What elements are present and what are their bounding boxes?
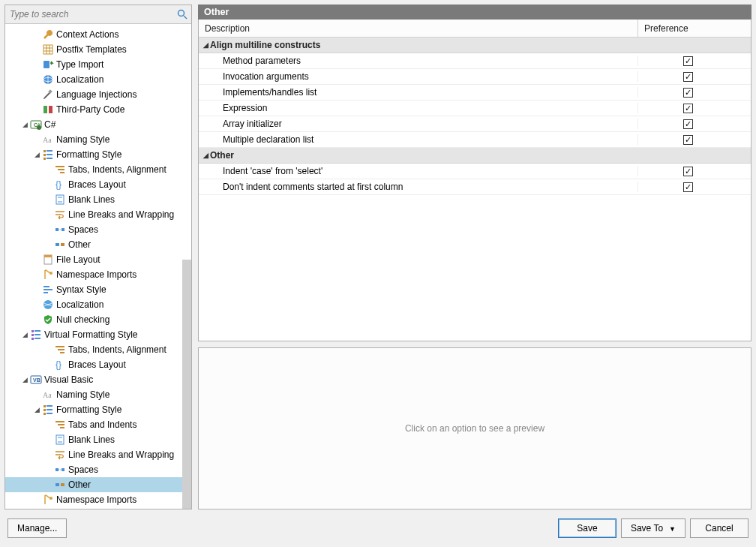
tree-item[interactable]: ◢AaNaming Style bbox=[5, 387, 191, 402]
svg-rect-38 bbox=[56, 243, 59, 246]
tree-scrollbar-thumb[interactable] bbox=[182, 260, 191, 509]
tree-item[interactable]: ◢File Layout bbox=[5, 252, 191, 267]
save-button[interactable]: Save bbox=[558, 518, 616, 538]
svg-rect-21 bbox=[46, 150, 52, 152]
tree-item[interactable]: ◢Localization bbox=[5, 72, 191, 87]
checkbox[interactable]: ✓ bbox=[683, 167, 693, 176]
globe2-icon bbox=[42, 299, 54, 311]
tree-item[interactable]: ◢Spaces bbox=[5, 462, 191, 477]
svg-point-46 bbox=[44, 300, 52, 309]
tree-item-label: Spaces bbox=[68, 464, 98, 475]
svg-rect-22 bbox=[44, 154, 46, 156]
search-input[interactable] bbox=[5, 5, 191, 23]
checkbox[interactable]: ✓ bbox=[683, 72, 693, 82]
tree-item[interactable]: ◢VBVisual Basic bbox=[5, 372, 191, 387]
caret-down-icon[interactable]: ◢ bbox=[20, 330, 29, 339]
chevron-down-icon: ▼ bbox=[669, 525, 676, 533]
tree-item[interactable]: ◢{}Braces Layout bbox=[5, 357, 191, 372]
tree-item[interactable]: ◢Localization bbox=[5, 297, 191, 312]
group-label: Align multiline constructs bbox=[210, 40, 320, 50]
tree-item[interactable]: ◢Blank Lines bbox=[5, 192, 191, 207]
manage-button[interactable]: Manage... bbox=[8, 518, 67, 538]
svg-rect-61 bbox=[46, 405, 52, 407]
svg-rect-65 bbox=[46, 413, 52, 414]
tree-item-label: Namespace Imports bbox=[56, 269, 136, 280]
tree-item-label: Blank Lines bbox=[68, 194, 115, 205]
tree-item[interactable]: ◢Postfix Templates bbox=[5, 42, 191, 57]
tree-item[interactable]: ◢Context Actions bbox=[5, 27, 191, 42]
checkbox[interactable]: ✓ bbox=[683, 88, 693, 98]
tree-item[interactable]: ◢{}Braces Layout bbox=[5, 177, 191, 192]
caret-down-icon[interactable]: ◢ bbox=[32, 405, 41, 414]
option-description: Expression bbox=[199, 103, 638, 113]
tree-item[interactable]: ◢Tabs and Indents bbox=[5, 417, 191, 432]
caret-down-icon[interactable]: ◢ bbox=[20, 375, 29, 384]
tree-item[interactable]: ◢C#C# bbox=[5, 117, 191, 132]
col-header-description[interactable]: Description bbox=[199, 20, 638, 37]
svg-text:{}: {} bbox=[56, 359, 62, 370]
option-row[interactable]: Invocation arguments✓ bbox=[199, 69, 751, 85]
tree-item-label: Naming Style bbox=[56, 389, 110, 400]
svg-rect-24 bbox=[44, 158, 46, 160]
tree-item[interactable]: ◢AaNaming Style bbox=[5, 132, 191, 147]
tree-item-label: File Layout bbox=[56, 254, 100, 265]
svg-rect-62 bbox=[44, 409, 46, 411]
tree-item[interactable]: ◢Line Breaks and Wrapping bbox=[5, 447, 191, 462]
checkbox[interactable]: ✓ bbox=[683, 182, 693, 192]
tree-item-label: Context Actions bbox=[56, 29, 118, 40]
svg-rect-25 bbox=[46, 158, 52, 159]
checkbox[interactable]: ✓ bbox=[683, 135, 693, 145]
tree-item-label: Localization bbox=[56, 74, 104, 85]
tree-item[interactable]: ◢Namespace Imports bbox=[5, 267, 191, 282]
cancel-button[interactable]: Cancel bbox=[690, 518, 748, 538]
tree-item[interactable]: ◢Virtual Formatting Style bbox=[5, 327, 191, 342]
checkbox[interactable]: ✓ bbox=[683, 119, 693, 129]
tree-item[interactable]: ◢Line Breaks and Wrapping bbox=[5, 207, 191, 222]
option-description: Invocation arguments bbox=[199, 71, 638, 82]
option-preference-cell: ✓ bbox=[638, 104, 751, 113]
group-row[interactable]: ◢Align multiline constructs bbox=[199, 38, 751, 53]
tree-item[interactable]: ◢Tabs, Indents, Alignment bbox=[5, 162, 191, 177]
tree-item[interactable]: ◢Namespace Imports bbox=[5, 492, 191, 507]
tree-item[interactable]: ◢Other bbox=[5, 237, 191, 252]
group-label: Other bbox=[210, 150, 234, 161]
option-row[interactable]: Method parameters✓ bbox=[199, 53, 751, 69]
layout-icon bbox=[42, 254, 54, 266]
tree-item[interactable]: ◢Formatting Style bbox=[5, 147, 191, 162]
option-row[interactable]: Array initializer✓ bbox=[199, 116, 751, 132]
tree-item[interactable]: ◢Type Import bbox=[5, 57, 191, 72]
tree-item[interactable]: ◢Spaces bbox=[5, 222, 191, 237]
tree-item[interactable]: ◢Other bbox=[5, 477, 191, 492]
search-icon[interactable] bbox=[176, 8, 188, 20]
tree-item[interactable]: ◢Blank Lines bbox=[5, 432, 191, 447]
caret-down-icon[interactable]: ◢ bbox=[20, 120, 29, 129]
save-to-button[interactable]: Save To▼ bbox=[621, 518, 686, 538]
tree-item-label: Braces Layout bbox=[68, 359, 126, 370]
naming-icon: Aa bbox=[42, 134, 54, 146]
option-description: Array initializer bbox=[199, 119, 638, 129]
svg-rect-60 bbox=[44, 405, 46, 407]
options-tree[interactable]: ◢Context Actions◢Postfix Templates◢Type … bbox=[5, 24, 191, 509]
tree-item[interactable]: ◢Null checking bbox=[5, 312, 191, 327]
tree-item-label: Language Injections bbox=[56, 89, 136, 100]
option-row[interactable]: Multiple declaration list✓ bbox=[199, 132, 751, 148]
option-row[interactable]: Implements/handles list✓ bbox=[199, 85, 751, 101]
svg-text:{}: {} bbox=[56, 179, 62, 190]
svg-point-42 bbox=[50, 272, 52, 275]
col-header-preference[interactable]: Preference bbox=[638, 20, 751, 37]
tree-item[interactable]: ◢Syntax Style bbox=[5, 282, 191, 297]
option-row[interactable]: Indent 'case' from 'select'✓ bbox=[199, 164, 751, 179]
checkbox[interactable]: ✓ bbox=[683, 56, 693, 66]
tree-item[interactable]: ◢Third-Party Code bbox=[5, 102, 191, 117]
option-row[interactable]: Don't indent comments started at first c… bbox=[199, 179, 751, 195]
option-row[interactable]: Expression✓ bbox=[199, 101, 751, 116]
svg-text:Aa: Aa bbox=[43, 391, 52, 399]
caret-down-icon[interactable]: ◢ bbox=[32, 150, 41, 159]
group-row[interactable]: ◢Other bbox=[199, 148, 751, 164]
svg-rect-69 bbox=[56, 435, 64, 444]
tree-item[interactable]: ◢Formatting Style bbox=[5, 402, 191, 417]
tree-item[interactable]: ◢Language Injections bbox=[5, 87, 191, 102]
tree-item[interactable]: ◢Tabs, Indents, Alignment bbox=[5, 342, 191, 357]
checkbox[interactable]: ✓ bbox=[683, 104, 693, 113]
svg-rect-39 bbox=[61, 243, 64, 246]
